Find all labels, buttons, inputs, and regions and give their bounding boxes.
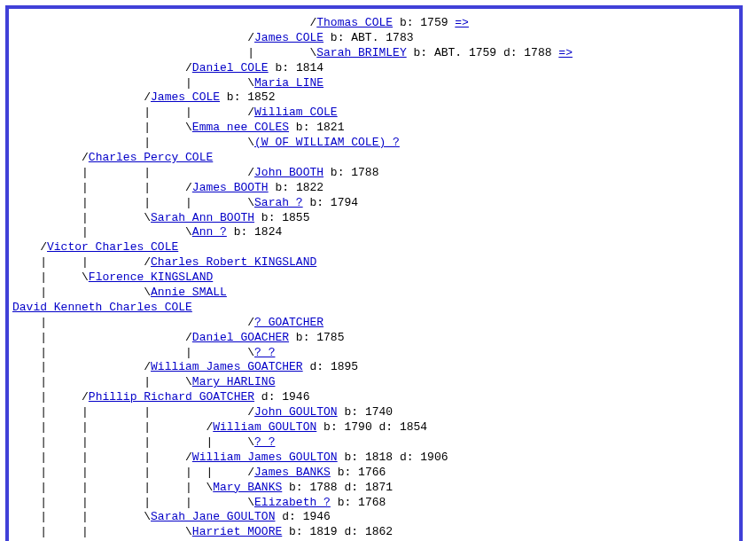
person-link[interactable]: Sarah Ann BOOTH [151, 211, 254, 224]
vital-dates: b: 1852 [220, 90, 275, 104]
person-link[interactable]: Victor Charles COLE [47, 240, 178, 254]
vital-dates: d: 1946 [254, 390, 309, 404]
continue-arrow-link[interactable]: => [455, 16, 469, 29]
person-link[interactable]: ? GOATCHER [254, 316, 323, 329]
person-link[interactable]: Daniel GOACHER [192, 331, 289, 344]
person-link[interactable]: Daniel COLE [192, 61, 269, 74]
vital-dates: b: ABT. 1759 d: 1788 [407, 46, 559, 59]
person-link[interactable]: James COLE [254, 31, 323, 44]
person-link[interactable]: ? ? [254, 346, 275, 359]
person-link[interactable]: Phillip Richard GOATCHER [89, 390, 254, 404]
person-link[interactable]: William COLE [254, 106, 338, 119]
vital-dates: b: 1818 d: 1906 [338, 451, 448, 464]
person-link[interactable]: John GOULTON [254, 405, 338, 419]
person-link[interactable]: Florence KINGSLAND [89, 270, 213, 284]
vital-dates: b: 1766 [331, 466, 386, 479]
person-link[interactable]: Charles Percy COLE [89, 151, 213, 164]
person-link[interactable]: William James GOATCHER [151, 360, 303, 373]
person-link[interactable]: James BOOTH [192, 181, 269, 194]
vital-dates: b: 1790 d: 1854 [316, 420, 427, 434]
vital-dates: b: 1785 [289, 331, 344, 344]
vital-dates: b: 1824 [227, 225, 282, 239]
person-link[interactable]: Elizabeth ? [254, 496, 331, 509]
person-link[interactable]: William James GOULTON [192, 451, 338, 464]
person-link[interactable]: Mary HARLING [192, 375, 276, 388]
person-link[interactable]: William GOULTON [213, 420, 316, 434]
person-link[interactable]: John BOOTH [254, 166, 323, 179]
vital-dates: b: 1822 [269, 181, 323, 194]
vital-dates: b: 1740 [338, 405, 393, 419]
vital-dates: b: 1788 d: 1871 [282, 481, 393, 494]
person-link[interactable]: Maria LINE [254, 76, 323, 90]
person-link[interactable]: Sarah BRIMLEY [316, 46, 406, 59]
person-link[interactable]: David Kenneth Charles COLE [12, 301, 192, 314]
vital-dates: b: 1821 [289, 121, 344, 134]
person-link[interactable]: Sarah Jane GOULTON [151, 510, 275, 523]
person-link[interactable]: Charles Robert KINGSLAND [151, 255, 316, 269]
vital-dates: b: ABT. 1783 [323, 31, 413, 44]
vital-dates: b: 1819 d: 1862 [282, 525, 393, 538]
vital-dates: d: 1946 [275, 510, 330, 523]
pedigree-tree: /Thomas COLE b: 1759 => /James COLE b: A… [12, 16, 736, 541]
vital-dates: b: 1759 [393, 16, 455, 29]
person-link[interactable]: James COLE [151, 90, 220, 104]
person-link[interactable]: Ann ? [192, 225, 227, 239]
person-link[interactable]: Thomas COLE [316, 16, 393, 29]
continue-arrow-link[interactable]: => [558, 46, 573, 59]
person-link[interactable]: James BANKS [254, 466, 331, 479]
vital-dates: b: 1855 [254, 211, 309, 224]
person-link[interactable]: (W OF WILLIAM COLE) ? [254, 136, 400, 149]
vital-dates: d: 1895 [303, 360, 358, 373]
person-link[interactable]: ? ? [254, 435, 275, 449]
vital-dates: b: 1768 [331, 496, 386, 509]
person-link[interactable]: Harriet MOORE [192, 525, 282, 538]
person-link[interactable]: Sarah ? [254, 196, 303, 209]
pedigree-frame: /Thomas COLE b: 1759 => /James COLE b: A… [5, 5, 743, 541]
person-link[interactable]: Mary BANKS [213, 481, 282, 494]
person-link[interactable]: Emma nee COLES [192, 121, 289, 134]
person-link[interactable]: Annie SMALL [151, 286, 227, 299]
vital-dates: b: 1794 [303, 196, 358, 209]
vital-dates: b: 1814 [269, 61, 323, 74]
vital-dates: b: 1788 [323, 166, 378, 179]
